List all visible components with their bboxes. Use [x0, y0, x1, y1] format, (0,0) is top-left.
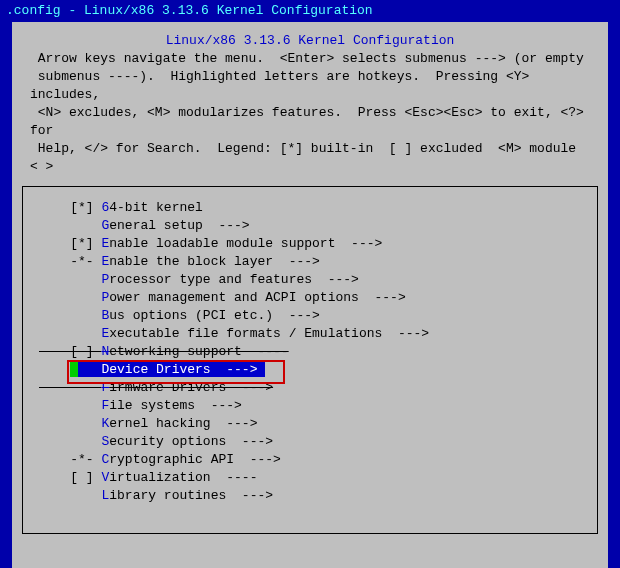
menu-item[interactable]: General setup ---> [31, 217, 589, 235]
menu-item[interactable]: Bus options (PCI etc.) ---> [31, 307, 589, 325]
menu-item[interactable]: [ ] Virtualization ---- [31, 469, 589, 487]
menu-item[interactable]: File systems ---> [31, 397, 589, 415]
menu-item[interactable]: -*- Enable the block layer ---> [31, 253, 589, 271]
menu-item-selected: Device Drivers ---> [78, 362, 265, 377]
menu-item[interactable]: [*] Enable loadable module support ---> [31, 235, 589, 253]
header-box: Linux/x86 3.13.6 Kernel Configuration Ar… [22, 30, 598, 180]
menu-item[interactable]: Kernel hacking ---> [31, 415, 589, 433]
menu-box: [*] 64-bit kernel General setup ---> [*]… [22, 186, 598, 534]
menu-item[interactable]: Power management and ACPI options ---> [31, 289, 589, 307]
header-title: Linux/x86 3.13.6 Kernel Configuration [26, 32, 594, 50]
menu-item[interactable]: Security options ---> [31, 433, 589, 451]
button-bar: <Select> < Exit > < Help > < Save > < Lo… [22, 552, 598, 568]
menu-item[interactable]: Executable file formats / Emulations ---… [31, 325, 589, 343]
header-help-text: Arrow keys navigate the menu. <Enter> se… [26, 50, 594, 176]
menu-item[interactable]: [*] 64-bit kernel [31, 199, 589, 217]
menu-item[interactable]: [ ] Networking support ---- [31, 343, 589, 361]
menu-item[interactable]: Firmware Drivers ---> [31, 379, 589, 397]
main-panel: Linux/x86 3.13.6 Kernel Configuration Ar… [12, 22, 608, 568]
menu-item[interactable]: Processor type and features ---> [31, 271, 589, 289]
menu-item[interactable]: Library routines ---> [31, 487, 589, 505]
menu-item[interactable]: -*- Cryptographic API ---> [31, 451, 589, 469]
menu-item[interactable]: Device Drivers ---> [31, 361, 589, 379]
window-title: .config - Linux/x86 3.13.6 Kernel Config… [0, 0, 620, 22]
